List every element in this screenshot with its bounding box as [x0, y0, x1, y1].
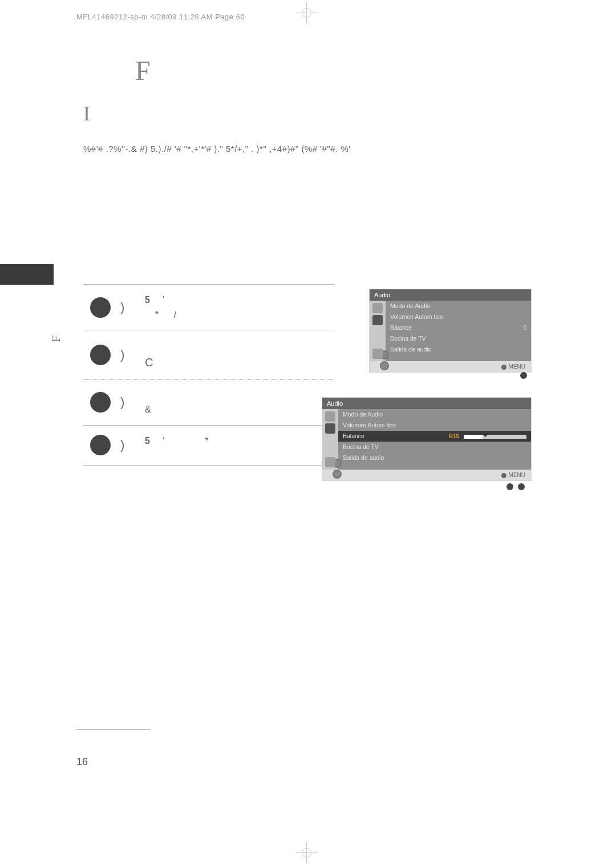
step-4-frag-a: 5 — [145, 436, 150, 446]
footnote-rule — [76, 729, 151, 730]
osd1-row-label: Bocina de TV — [390, 334, 426, 343]
step-paren: ) — [120, 347, 124, 362]
side-section-letter: F — [48, 336, 63, 342]
osd1-row-label: Volumen Autom tico — [390, 313, 443, 321]
osd1-footer-text: MENU — [509, 363, 525, 370]
osd1-row-volauto[interactable]: Volumen Autom tico — [386, 312, 531, 322]
osd1-footer: MENU — [370, 361, 531, 372]
print-header: MFL41469212-sp-m 4/28/09 11:28 AM Page 6… — [76, 13, 245, 21]
osd1-title: Audio — [370, 289, 531, 301]
osd1-row-balance[interactable]: Balance0 — [386, 322, 531, 333]
osd2-row-value: R15 — [449, 433, 459, 439]
step-2: ) C — [83, 330, 334, 380]
step-bullet — [90, 435, 111, 455]
callout-dot-1 — [520, 372, 527, 379]
callout-dots-2 — [506, 483, 525, 490]
osd2-icon-strip — [322, 409, 338, 470]
osd2-row-label: Balance — [343, 432, 364, 440]
step-3: ) & — [83, 380, 334, 426]
audio-icon — [372, 315, 383, 325]
osd2-row-volauto[interactable]: Volumen Autom tico — [338, 420, 531, 431]
osd-panel-1: Audio Modo de Audio Volumen Autom tico B… — [369, 289, 532, 373]
osd2-row-label: Salida de audio — [343, 454, 384, 462]
step-bullet — [90, 345, 111, 365]
osd2-row-balance-selected[interactable]: Balance R15 — [338, 431, 531, 442]
page-number: 16 — [76, 756, 88, 768]
osd1-row-modo[interactable]: Modo de Audio — [386, 301, 531, 312]
balance-slider[interactable] — [464, 435, 526, 439]
step-3-frag: & — [145, 405, 151, 414]
step-1-frag-a: 5 — [145, 295, 150, 305]
section-letter-sub: I — [83, 102, 90, 126]
step-4-frag-c: * — [205, 436, 208, 446]
osd1-row-label: Balance — [390, 324, 412, 332]
osd-panel-2: Audio Modo de Audio Volumen Autom tico B… — [322, 397, 532, 481]
osd1-icon-strip — [370, 301, 386, 361]
osd2-row-label: Bocina de TV — [343, 443, 379, 451]
image-icon — [325, 411, 335, 422]
step-paren: ) — [120, 438, 124, 452]
step-bullet — [90, 392, 111, 413]
osd2-row-label: Modo de Audio — [343, 410, 383, 419]
steps-list: ) 5 ' * / ) C ) & ) 5 ' * — [83, 284, 334, 466]
audio-icon — [325, 423, 335, 434]
thumb-tab — [0, 264, 54, 285]
osd2-row-modo[interactable]: Modo de Audio — [338, 409, 531, 420]
osd1-row-label: Salida de audio — [390, 345, 431, 354]
lock-icon — [325, 457, 335, 467]
step-1-frag-b: ' — [163, 295, 164, 305]
step-bullet — [90, 297, 111, 318]
osd2-list: Modo de Audio Volumen Autom tico Balance… — [338, 409, 531, 470]
osd1-row-label: Modo de Audio — [390, 302, 430, 310]
osd2-row-salida[interactable]: Salida de audio — [338, 452, 531, 463]
step-1: ) 5 ' * / — [83, 284, 334, 330]
osd2-row-bocina[interactable]: Bocina de TV — [338, 442, 531, 452]
section-letter-large: F — [135, 55, 151, 86]
osd1-list: Modo de Audio Volumen Autom tico Balance… — [386, 301, 531, 361]
osd1-row-value: 0 — [523, 324, 526, 332]
option-icon — [333, 470, 342, 479]
step-2-frag: C — [145, 356, 153, 369]
osd1-row-bocina[interactable]: Bocina de TV — [386, 333, 531, 344]
step-paren: ) — [120, 300, 124, 315]
step-1-frag-d: / — [174, 308, 176, 322]
option-icon — [380, 361, 389, 370]
enter-icon — [501, 365, 506, 370]
image-icon — [372, 303, 383, 313]
lock-icon — [372, 349, 383, 359]
step-1-frag-c: * — [155, 310, 159, 320]
intro-text: %#'# .?%''-.& #) 5.)./# '# "*,+'*'# )." … — [83, 144, 351, 153]
registration-mark-bottom — [296, 842, 318, 864]
registration-mark-top — [296, 2, 318, 24]
osd2-footer-text: MENU — [509, 472, 525, 478]
osd2-row-label: Volumen Autom tico — [343, 421, 396, 430]
osd2-title: Audio — [322, 398, 531, 409]
osd1-row-salida[interactable]: Salida de audio — [386, 344, 531, 355]
step-4-frag-b: ' — [163, 436, 164, 446]
enter-icon — [501, 473, 506, 478]
step-4: ) 5 ' * — [83, 426, 334, 466]
osd2-footer: MENU — [322, 470, 531, 480]
step-paren: ) — [120, 395, 124, 410]
